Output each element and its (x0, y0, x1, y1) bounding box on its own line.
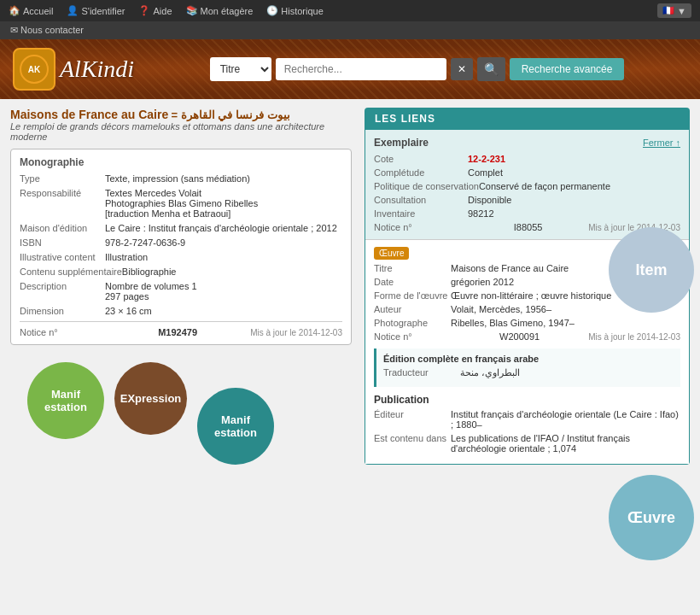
header-banner: AK AlKindi Titre Auteur Sujet ISBN ✕ 🔍 R… (0, 39, 700, 99)
exemplaire-cote: Cote 12-2-231 (374, 154, 680, 164)
metadata-isbn: ISBN 978-2-7247-0636-9 (20, 237, 342, 248)
metadata-description: Description Nombre de volumes 1297 pages (20, 281, 342, 302)
bubble-manifestation-2[interactable]: Manif estation (197, 388, 274, 465)
history-icon: 🕒 (266, 5, 278, 16)
book-subtitle: Le remploi de grands décors mamelouks et… (10, 121, 352, 142)
shelf-icon: 📚 (186, 5, 198, 16)
publication-contenu-dans: Est contenu dans Les publications de l'I… (374, 433, 680, 454)
exemplaire-header: Exemplaire Fermer ↑ (374, 137, 680, 149)
bubble-expression[interactable]: EXpression (114, 362, 187, 435)
search-go-button[interactable]: 🔍 (477, 57, 505, 81)
nav-historique[interactable]: 🕒 Historique (266, 5, 324, 16)
advanced-search-button[interactable]: Recherche avancée (510, 58, 625, 80)
language-selector[interactable]: 🇫🇷 ▼ (657, 3, 691, 18)
metadata-responsabilite: Responsabilité Textes Mercedes VolaitPho… (20, 188, 342, 219)
exemplaire-completude: Complétude Complet (374, 167, 680, 178)
notice-id: M192479 (158, 327, 197, 337)
home-icon: 🏠 (9, 5, 20, 16)
oeuvre-bubble[interactable]: Œuvre (609, 475, 694, 560)
search-type-select[interactable]: Titre Auteur Sujet ISBN (210, 57, 271, 81)
search-input[interactable] (276, 58, 446, 80)
flag-icon: 🇫🇷 (662, 5, 674, 16)
edition-section: Édition complète en français arabe Tradu… (374, 348, 680, 387)
publication-editeur: Éditeur Institut français d'archéologie … (374, 409, 680, 430)
logo-text: AlKindi (60, 56, 134, 83)
metadata-section-title: Monographie (20, 156, 342, 168)
nav-mon-etagere[interactable]: 📚 Mon étagère (186, 5, 254, 16)
publication-section: Publication Éditeur Institut français d'… (374, 394, 680, 454)
metadata-contenu-supplementaire: Contenu supplémentaire Bibliographie (20, 266, 342, 277)
oeuvre-notice-row: Notice n° W200091 Mis à jour le 2014-12-… (374, 331, 680, 342)
contact-link[interactable]: ✉ Nous contacter (10, 25, 84, 35)
exemplaire-section: Exemplaire Fermer ↑ Cote 12-2-231 Complé… (365, 130, 689, 239)
exemplaire-politique: Politique de conservation Conservé de fa… (374, 181, 680, 191)
top-navigation: 🏠 Accueil 👤 S'identifier ❓ Aide 📚 Mon ét… (0, 0, 700, 21)
book-title-ar: = بيوت فرنسا في القاهرة (172, 108, 290, 121)
left-panel: Maisons de France au Caire = بيوت فرنسا … (10, 108, 352, 465)
exemplaire-fermer-button[interactable]: Fermer ↑ (643, 138, 680, 148)
edition-traducteur: Traducteur البطراوي، منحة (383, 367, 674, 378)
nav-identifier[interactable]: 👤 S'identifier (67, 5, 125, 16)
book-title: Maisons de France au Caire = بيوت فرنسا … (10, 108, 352, 121)
help-icon: ❓ (138, 5, 150, 16)
metadata-notice-row: Notice n° M192479 Mis à jour le 2014-12-… (20, 327, 342, 337)
exemplaire-inventaire: Inventaire 98212 (374, 208, 680, 219)
book-title-fr: Maisons de France au Caire (10, 108, 168, 121)
metadata-type: Type Texte, impression (sans médiation) (20, 173, 342, 184)
metadata-maison-edition: Maison d'édition Le Caire : Institut fra… (20, 223, 342, 233)
exemplaire-consultation: Consultation Disponible (374, 195, 680, 205)
logo-area: AK AlKindi (13, 48, 134, 91)
logo-icon: AK (13, 48, 55, 91)
svg-text:AK: AK (28, 65, 41, 74)
main-content: Maisons de France au Caire = بيوت فرنسا … (0, 99, 700, 473)
metadata-illustrative: Illustrative content Illustration (20, 252, 342, 262)
edition-title: Édition complète en français arabe (383, 354, 674, 364)
nav-aide[interactable]: ❓ Aide (138, 5, 172, 16)
right-panel-header: LES LIENS (365, 108, 690, 130)
contact-bar: ✉ Nous contacter (0, 21, 700, 39)
item-bubble[interactable]: Item (609, 227, 694, 313)
user-icon: 👤 (67, 5, 79, 16)
oeuvre-photographe: Photographe Ribelles, Blas Gimeno, 1947– (374, 318, 680, 328)
metadata-box: Monographie Type Texte, impression (sans… (10, 149, 352, 345)
search-clear-button[interactable]: ✕ (451, 58, 473, 80)
oeuvre-badge: Œuvre (374, 247, 409, 260)
metadata-dimension: Dimension 23 × 16 cm (20, 306, 342, 316)
exemplaire-title: Exemplaire (374, 137, 429, 149)
nav-accueil[interactable]: 🏠 Accueil (9, 5, 53, 16)
search-area: Titre Auteur Sujet ISBN ✕ 🔍 Recherche av… (147, 57, 687, 81)
publication-badge: Publication (374, 394, 680, 406)
right-panel: LES LIENS Exemplaire Fermer ↑ Cote 12-2-… (365, 108, 690, 465)
bubbles-area: Manif estation EXpression Manif estation (10, 362, 352, 465)
metadata-mis-a-jour: Mis à jour le 2014-12-03 (250, 328, 342, 337)
bubble-manifestation-1[interactable]: Manif estation (27, 362, 104, 439)
